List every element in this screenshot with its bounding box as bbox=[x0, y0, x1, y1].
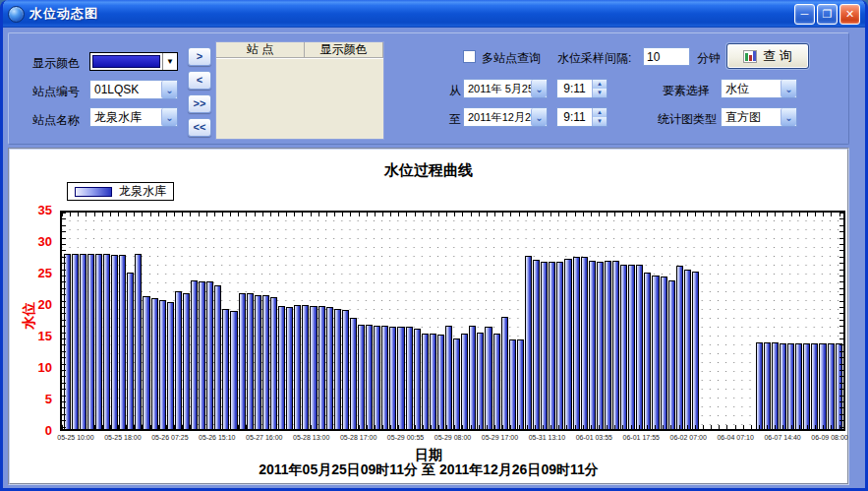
station-name-combobox[interactable]: 龙泉水库 ⌄ bbox=[89, 107, 178, 127]
bar-slot bbox=[349, 213, 357, 429]
bar bbox=[318, 306, 325, 429]
bar-slot bbox=[238, 213, 246, 429]
bar bbox=[803, 343, 810, 429]
chevron-down-icon[interactable]: ▼ bbox=[162, 53, 177, 70]
bar bbox=[111, 255, 118, 429]
bar-slot bbox=[644, 213, 652, 429]
bar bbox=[811, 343, 818, 429]
y-tick-label: 15 bbox=[23, 329, 52, 343]
bar bbox=[262, 295, 269, 429]
bar-chart-icon bbox=[743, 50, 757, 63]
element-label: 要素选择 bbox=[663, 83, 710, 99]
bar-slot bbox=[683, 213, 691, 429]
to-date-picker[interactable]: 2011年12月26日 ⌄ bbox=[463, 107, 548, 127]
bar-slot bbox=[716, 213, 723, 429]
bar-slot bbox=[667, 213, 675, 429]
element-combobox[interactable]: 水位 ⌄ bbox=[721, 79, 797, 98]
bar-slot bbox=[429, 213, 436, 429]
bar-slot bbox=[150, 213, 158, 429]
bar-slot bbox=[294, 213, 302, 429]
bar bbox=[414, 329, 421, 429]
interval-input[interactable]: 10 bbox=[643, 47, 690, 66]
x-tick-label: 05-28 17:00 bbox=[340, 434, 376, 441]
bar bbox=[222, 309, 229, 429]
bar bbox=[644, 273, 651, 429]
chevron-down-icon[interactable]: ⌄ bbox=[781, 108, 796, 126]
bar bbox=[676, 266, 683, 429]
bar bbox=[453, 338, 460, 429]
bar bbox=[294, 305, 301, 429]
chart-legend: 龙泉水库 bbox=[67, 182, 174, 201]
bar-slot bbox=[580, 213, 588, 429]
station-id-combobox[interactable]: 01LQSK ⌄ bbox=[89, 80, 178, 99]
bar bbox=[95, 254, 102, 430]
bar-slot bbox=[341, 213, 349, 429]
x-tick-label: 05-29 08:00 bbox=[434, 434, 471, 441]
spin-down-icon[interactable]: ▼ bbox=[593, 117, 607, 126]
bar-slot bbox=[787, 213, 795, 429]
move-right-button[interactable]: > bbox=[188, 47, 211, 66]
multi-station-checkbox[interactable] bbox=[463, 50, 476, 63]
interval-unit-label: 分钟 bbox=[697, 50, 721, 67]
chevron-down-icon[interactable]: ⌄ bbox=[161, 108, 177, 126]
bar bbox=[72, 254, 79, 430]
chevron-down-icon[interactable]: ⌄ bbox=[161, 81, 177, 98]
chart-panel: 水位过程曲线 龙泉水库 水位 05101520253035 05-25 10:0… bbox=[8, 148, 849, 485]
bar-slot bbox=[469, 213, 477, 429]
list-header-station[interactable]: 站 点 bbox=[216, 42, 305, 57]
bar-slot bbox=[214, 213, 222, 429]
station-list[interactable]: 站 点 显示颜色 bbox=[215, 41, 384, 140]
window-title: 水位动态图 bbox=[29, 5, 98, 23]
spin-down-icon[interactable]: ▼ bbox=[593, 89, 607, 97]
plot-area bbox=[60, 211, 845, 431]
query-button[interactable]: 查 询 bbox=[726, 43, 809, 69]
move-all-right-button[interactable]: >> bbox=[188, 94, 211, 113]
bar-slot bbox=[158, 213, 166, 429]
y-tick-label: 0 bbox=[23, 423, 52, 438]
bar-slot bbox=[636, 213, 644, 429]
to-time-spinner[interactable]: 9:11 ▲▼ bbox=[556, 107, 608, 127]
chevron-down-icon[interactable]: ⌄ bbox=[781, 80, 796, 97]
chevron-down-icon[interactable]: ⌄ bbox=[531, 80, 547, 97]
display-color-combobox[interactable]: ▼ bbox=[89, 52, 178, 71]
move-all-left-button[interactable]: << bbox=[188, 118, 211, 137]
maximize-button[interactable]: ❐ bbox=[817, 4, 838, 25]
close-button[interactable]: ✕ bbox=[839, 4, 860, 25]
bar bbox=[573, 257, 580, 429]
list-header-color[interactable]: 显示颜色 bbox=[305, 42, 383, 57]
spin-up-icon[interactable]: ▲ bbox=[593, 108, 607, 117]
from-date-picker[interactable]: 2011年 5月25日 ⌄ bbox=[463, 79, 548, 98]
bar-slot bbox=[254, 213, 261, 429]
axis-ticks-top bbox=[62, 213, 843, 216]
x-axis-tick-labels: 05-25 10:0005-25 18:0005-26 07:2505-26 1… bbox=[60, 434, 845, 444]
bar bbox=[525, 256, 532, 429]
bar-slot bbox=[191, 213, 199, 429]
bar-slot bbox=[102, 213, 110, 429]
bar-slot bbox=[445, 213, 453, 429]
title-bar[interactable]: 水位动态图 ─ ❐ ✕ bbox=[0, 0, 868, 28]
bar bbox=[326, 307, 333, 429]
x-tick-label: 05-25 18:00 bbox=[104, 434, 141, 441]
bar bbox=[692, 272, 699, 429]
bar-slot bbox=[325, 213, 333, 429]
spin-up-icon[interactable]: ▲ bbox=[593, 80, 607, 89]
move-left-button[interactable]: < bbox=[188, 71, 211, 90]
bar-slot bbox=[461, 213, 469, 429]
bar-slot bbox=[286, 213, 294, 429]
bar-slot bbox=[700, 213, 708, 429]
from-time-spinner[interactable]: 9:11 ▲▼ bbox=[556, 79, 608, 98]
bar-slot bbox=[374, 213, 381, 429]
bar bbox=[652, 276, 659, 429]
bar-slot bbox=[477, 213, 485, 429]
bar bbox=[756, 342, 763, 429]
bar bbox=[605, 261, 611, 429]
legend-label: 龙泉水库 bbox=[119, 183, 166, 200]
chart-type-label: 统计图类型 bbox=[658, 111, 717, 128]
chevron-down-icon[interactable]: ⌄ bbox=[531, 108, 547, 126]
chart-type-combobox[interactable]: 直方图 ⌄ bbox=[721, 107, 797, 127]
minimize-button[interactable]: ─ bbox=[794, 4, 815, 25]
bar bbox=[556, 262, 563, 429]
bar bbox=[795, 343, 802, 429]
bar-slot bbox=[731, 213, 739, 429]
bar-slot bbox=[302, 213, 310, 429]
